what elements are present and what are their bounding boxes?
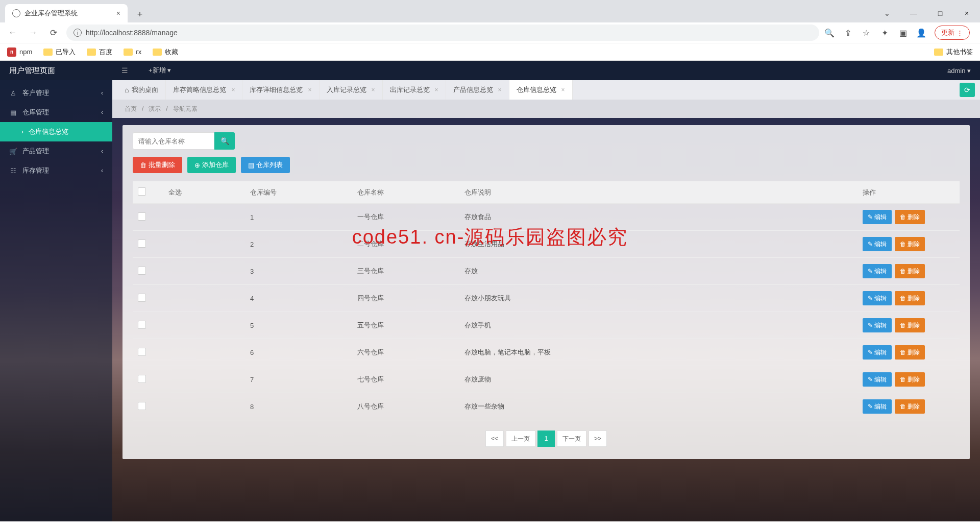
search-button[interactable]: 🔍 — [214, 132, 235, 150]
delete-button[interactable]: 🗑 删除 — [895, 345, 925, 360]
close-button[interactable]: × — [953, 4, 980, 22]
delete-button[interactable]: 🗑 删除 — [895, 399, 925, 414]
user-icon: ♙ — [9, 89, 17, 97]
delete-button[interactable]: 🗑 删除 — [895, 291, 925, 305]
plus-circle-icon: ⊕ — [194, 161, 200, 169]
npm-icon: n — [7, 47, 16, 57]
sidebar-item-inventory[interactable]: ☷库存管理‹ — [0, 161, 112, 180]
edit-button[interactable]: ✎ 编辑 — [863, 399, 892, 414]
edit-button[interactable]: ✎ 编辑 — [863, 264, 892, 278]
row-checkbox[interactable] — [138, 321, 146, 329]
delete-button[interactable]: 🗑 删除 — [895, 318, 925, 332]
forward-button[interactable]: → — [26, 25, 41, 40]
bookmark-npm[interactable]: nnpm — [7, 47, 32, 57]
tab-inbound[interactable]: 入库记录总览× — [320, 80, 383, 100]
pencil-icon: ✎ — [868, 295, 873, 302]
col-ops: 操作 — [857, 181, 960, 204]
edit-button[interactable]: ✎ 编辑 — [863, 345, 892, 360]
sidebar-item-product[interactable]: 🛒产品管理‹ — [0, 141, 112, 161]
row-checkbox[interactable] — [138, 267, 146, 275]
bookmark-rx[interactable]: rx — [124, 48, 141, 56]
reload-button[interactable]: ⟳ — [46, 25, 61, 40]
page-first[interactable]: << — [485, 431, 504, 447]
trash-icon: 🗑 — [900, 241, 906, 248]
tab-title: 企业库存管理系统 — [24, 9, 78, 18]
other-bookmarks[interactable]: 其他书签 — [934, 47, 973, 57]
row-checkbox[interactable] — [138, 348, 146, 356]
sidebar-item-customer[interactable]: ♙客户管理‹ — [0, 83, 112, 103]
table-row: 8八号仓库存放一些杂物✎ 编辑🗑 删除 — [133, 393, 960, 420]
chevron-left-icon: ‹ — [101, 167, 103, 174]
hamburger-icon[interactable]: ☰ — [121, 66, 128, 75]
edit-button[interactable]: ✎ 编辑 — [863, 372, 892, 387]
breadcrumb-demo[interactable]: 演示 — [149, 105, 161, 113]
breadcrumb-home[interactable]: 首页 — [125, 105, 137, 113]
tab-warehouse[interactable]: 仓库信息总览× — [509, 80, 573, 100]
zoom-icon[interactable]: 🔍 — [824, 28, 835, 38]
page-current[interactable]: 1 — [537, 431, 555, 447]
row-checkbox[interactable] — [138, 240, 146, 248]
bookmark-favorites[interactable]: 收藏 — [153, 47, 178, 57]
edit-button[interactable]: ✎ 编辑 — [863, 318, 892, 332]
edit-button[interactable]: ✎ 编辑 — [863, 210, 892, 224]
cell-id: 5 — [245, 312, 352, 339]
extensions-icon[interactable]: ✦ — [879, 28, 890, 38]
close-icon[interactable]: × — [372, 86, 375, 93]
refresh-button[interactable]: ⟳ — [960, 83, 975, 97]
close-icon[interactable]: × — [435, 86, 438, 93]
cell-name: 八号仓库 — [352, 393, 459, 420]
close-icon[interactable]: × — [231, 86, 235, 93]
bookmark-baidu[interactable]: 百度 — [87, 47, 112, 57]
maximize-button[interactable]: □ — [927, 4, 953, 22]
delete-button[interactable]: 🗑 删除 — [895, 237, 925, 251]
minimize-button[interactable]: — — [900, 4, 927, 22]
add-new-button[interactable]: +新增 ▾ — [149, 66, 171, 75]
close-icon[interactable]: × — [498, 86, 502, 93]
user-menu[interactable]: admin ▾ — [947, 67, 971, 75]
col-select-all: 全选 — [163, 181, 245, 204]
cell-id: 3 — [245, 258, 352, 285]
tab-inventory-detail[interactable]: 库存详细信息总览× — [242, 80, 319, 100]
bookmark-imported[interactable]: 已导入 — [43, 47, 76, 57]
batch-delete-button[interactable]: 🗑批量删除 — [133, 157, 182, 173]
tab-product[interactable]: 产品信息总览× — [446, 80, 509, 100]
close-icon[interactable]: × — [561, 86, 565, 93]
row-checkbox[interactable] — [138, 294, 146, 302]
sidebar-item-warehouse[interactable]: ▤仓库管理‹ — [0, 103, 112, 122]
page-last[interactable]: >> — [589, 431, 607, 447]
profile-icon[interactable]: 👤 — [916, 28, 926, 38]
tab-inventory-brief[interactable]: 库存简略信息总览× — [166, 80, 242, 100]
close-icon[interactable]: × — [308, 86, 311, 93]
new-tab-button[interactable]: + — [132, 6, 148, 22]
cell-name: 二号仓库 — [352, 231, 459, 258]
trash-icon: 🗑 — [900, 403, 906, 410]
tab-desktop[interactable]: ⌂我的桌面 — [117, 80, 166, 100]
page-prev[interactable]: 上一页 — [506, 431, 535, 447]
cell-name: 一号仓库 — [352, 204, 459, 231]
warehouse-list-button[interactable]: ▤仓库列表 — [241, 157, 290, 173]
delete-button[interactable]: 🗑 删除 — [895, 264, 925, 278]
add-warehouse-button[interactable]: ⊕添加仓库 — [187, 157, 236, 173]
browser-tab[interactable]: 企业库存管理系统 × — [5, 4, 128, 22]
edit-button[interactable]: ✎ 编辑 — [863, 291, 892, 305]
page-next[interactable]: 下一页 — [557, 431, 586, 447]
delete-button[interactable]: 🗑 删除 — [895, 372, 925, 387]
star-icon[interactable]: ☆ — [861, 28, 871, 38]
close-icon[interactable]: × — [116, 9, 120, 17]
restore-down-icon[interactable]: ⌄ — [874, 4, 900, 22]
row-checkbox[interactable] — [138, 375, 146, 383]
tab-outbound[interactable]: 出库记录总览× — [383, 80, 446, 100]
update-button[interactable]: 更新⋮ — [935, 26, 970, 40]
panel-icon[interactable]: ▣ — [898, 28, 908, 38]
database-icon: ☷ — [9, 167, 17, 175]
sidebar-sub-warehouse-overview[interactable]: ›仓库信息总览 — [0, 122, 112, 141]
share-icon[interactable]: ⇪ — [843, 28, 853, 38]
select-all-checkbox[interactable] — [138, 187, 146, 196]
row-checkbox[interactable] — [138, 212, 146, 221]
back-button[interactable]: ← — [5, 25, 20, 40]
search-input[interactable] — [133, 132, 214, 150]
row-checkbox[interactable] — [138, 402, 146, 410]
address-bar[interactable]: i http://localhost:8888/manage — [66, 25, 819, 41]
edit-button[interactable]: ✎ 编辑 — [863, 237, 892, 251]
delete-button[interactable]: 🗑 删除 — [895, 210, 925, 224]
